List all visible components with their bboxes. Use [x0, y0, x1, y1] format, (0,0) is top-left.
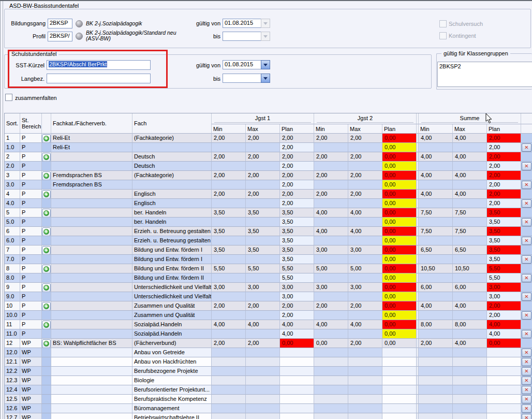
cell-fachkat[interactable]: [51, 329, 132, 339]
delete-row-button[interactable]: ✕: [522, 367, 531, 375]
cell-max-jgst1[interactable]: 3,00: [246, 283, 280, 292]
cell-min-jgst2[interactable]: 5,00: [314, 264, 348, 273]
cell-plan-jgst2[interactable]: 0,00: [382, 190, 417, 199]
cell-min-summe[interactable]: [419, 180, 453, 190]
cell-sort[interactable]: 10: [5, 301, 20, 311]
cell-max-jgst1[interactable]: 2,00: [246, 171, 280, 180]
cell-plan-jgst1[interactable]: 3,50: [280, 227, 314, 236]
cell-bereich[interactable]: WP: [20, 367, 42, 376]
cell-min-jgst2[interactable]: 3,00: [314, 283, 348, 292]
cell-min-summe[interactable]: 8,00: [419, 320, 453, 329]
cell-max-jgst2[interactable]: 2,00: [348, 134, 382, 143]
cell-plan-jgst2[interactable]: 0,00: [382, 180, 417, 190]
cell-max-summe[interactable]: [453, 367, 487, 376]
cell-fachkat[interactable]: [51, 255, 132, 264]
add-row-button[interactable]: +: [42, 265, 51, 273]
cell-bereich[interactable]: P: [20, 320, 42, 329]
cell-min-jgst1[interactable]: [212, 404, 246, 413]
cell-plan-jgst2[interactable]: 0,00: [382, 152, 417, 162]
cell-max-summe[interactable]: [453, 236, 487, 245]
cell-fachkat[interactable]: BS: Wahlpflichtfächer BS: [51, 339, 132, 348]
cell-fach[interactable]: Erzieh. u. Betreuung gestalten: [132, 236, 212, 245]
cell-max-jgst1[interactable]: 2,00: [246, 190, 280, 199]
cell-min-summe[interactable]: [419, 162, 453, 171]
cell-fach[interactable]: Zusammen und Qualität: [132, 301, 212, 311]
cell-plan-jgst1[interactable]: [280, 367, 314, 376]
cell-fach[interactable]: Biologie: [132, 376, 212, 385]
cell-plan-jgst1[interactable]: 3,00: [280, 283, 314, 292]
cell-min-jgst1[interactable]: [212, 385, 246, 395]
cell-fach[interactable]: (Fachkategorie): [132, 171, 212, 180]
cell-fach[interactable]: (Fachkategorie): [132, 134, 212, 143]
cell-max-jgst2[interactable]: [348, 385, 382, 395]
cell-plan-jgst2[interactable]: 0,00: [382, 273, 417, 283]
cell-max-summe[interactable]: 4,00: [453, 134, 487, 143]
klassengruppen-item[interactable]: 2BKSP2: [439, 63, 531, 69]
cell-min-jgst1[interactable]: 3,50: [212, 227, 246, 236]
cell-plan-jgst2[interactable]: 0,00: [382, 255, 417, 264]
cell-max-summe[interactable]: [453, 395, 487, 404]
delete-row-button[interactable]: ✕: [522, 255, 531, 264]
delete-row-button[interactable]: ✕: [522, 181, 531, 189]
delete-row-button[interactable]: ✕: [522, 274, 531, 282]
cell-bereich[interactable]: P: [20, 143, 42, 152]
cell-max-jgst1[interactable]: 2,00: [246, 134, 280, 143]
cell-min-summe[interactable]: 7,50: [419, 208, 453, 218]
cell-bereich[interactable]: P: [20, 255, 42, 264]
cell-max-jgst1[interactable]: [246, 329, 280, 339]
add-row-button[interactable]: +: [42, 321, 51, 329]
cell-fach[interactable]: Bildung und Entw. fördern II: [132, 273, 212, 283]
dropdown-arrow-icon[interactable]: [261, 60, 270, 69]
cell-min-jgst2[interactable]: [314, 292, 348, 301]
cell-plan-jgst2[interactable]: 0,00: [382, 218, 417, 227]
cell-bereich[interactable]: WP: [20, 395, 42, 404]
cell-plan-jgst1[interactable]: 2,00: [280, 152, 314, 162]
langbez-input[interactable]: [47, 74, 151, 83]
cell-min-jgst2[interactable]: [314, 395, 348, 404]
cell-max-jgst2[interactable]: 3,00: [348, 245, 382, 255]
cell-min-summe[interactable]: [419, 255, 453, 264]
cell-max-jgst2[interactable]: [348, 311, 382, 320]
cell-plan-jgst1[interactable]: 2,00: [280, 134, 314, 143]
cell-plan-jgst2[interactable]: [382, 385, 417, 395]
cell-fach[interactable]: Sozialpäd.Handeln: [132, 329, 212, 339]
add-row-button[interactable]: +: [42, 171, 51, 180]
cell-plan-summe[interactable]: 5,50: [487, 273, 521, 283]
cell-min-jgst2[interactable]: [314, 376, 348, 385]
cell-plan-jgst2[interactable]: [382, 376, 417, 385]
cell-plan-jgst2[interactable]: 0,00: [382, 236, 417, 245]
delete-row-button[interactable]: ✕: [522, 404, 531, 413]
cell-max-summe[interactable]: 7,50: [453, 208, 487, 218]
cell-sort[interactable]: 12.3: [5, 376, 20, 385]
cell-plan-jgst1[interactable]: 3,50: [280, 255, 314, 264]
cell-plan-summe[interactable]: 2,00: [487, 301, 521, 311]
cell-max-jgst2[interactable]: [348, 218, 382, 227]
delete-row-button[interactable]: ✕: [522, 293, 531, 301]
cell-min-jgst1[interactable]: [212, 376, 246, 385]
cell-max-jgst2[interactable]: 4,00: [348, 320, 382, 329]
cell-sort[interactable]: 11: [5, 320, 20, 329]
cell-min-jgst2[interactable]: [314, 357, 348, 367]
cell-plan-jgst1[interactable]: 4,00: [280, 320, 314, 329]
cell-plan-summe[interactable]: 0,00: [487, 339, 521, 348]
cell-min-jgst2[interactable]: 4,00: [314, 227, 348, 236]
cell-plan-jgst2[interactable]: 0,00: [382, 264, 417, 273]
cell-max-summe[interactable]: [453, 348, 487, 357]
cell-sort[interactable]: 9: [5, 283, 20, 292]
cell-plan-jgst2[interactable]: [382, 357, 417, 367]
cell-sort[interactable]: 5: [5, 208, 20, 218]
cell-min-jgst1[interactable]: 3,00: [212, 283, 246, 292]
cell-sort[interactable]: 1.0: [5, 143, 20, 152]
delete-row-button[interactable]: ✕: [522, 330, 531, 338]
cell-fach[interactable]: (Fächerverbund): [132, 339, 212, 348]
cell-fachkat[interactable]: [51, 245, 132, 255]
cell-min-jgst1[interactable]: [212, 292, 246, 301]
cell-plan-summe[interactable]: 2,00: [487, 190, 521, 199]
cell-min-jgst1[interactable]: [212, 348, 246, 357]
cell-plan-jgst2[interactable]: 0,00: [382, 311, 417, 320]
cell-max-jgst2[interactable]: [348, 376, 382, 385]
cell-min-jgst2[interactable]: [314, 273, 348, 283]
cell-fach[interactable]: Berufspraktische Kompetenz: [132, 395, 212, 404]
cell-bereich[interactable]: WP: [20, 348, 42, 357]
cell-sort[interactable]: 1: [5, 134, 20, 143]
